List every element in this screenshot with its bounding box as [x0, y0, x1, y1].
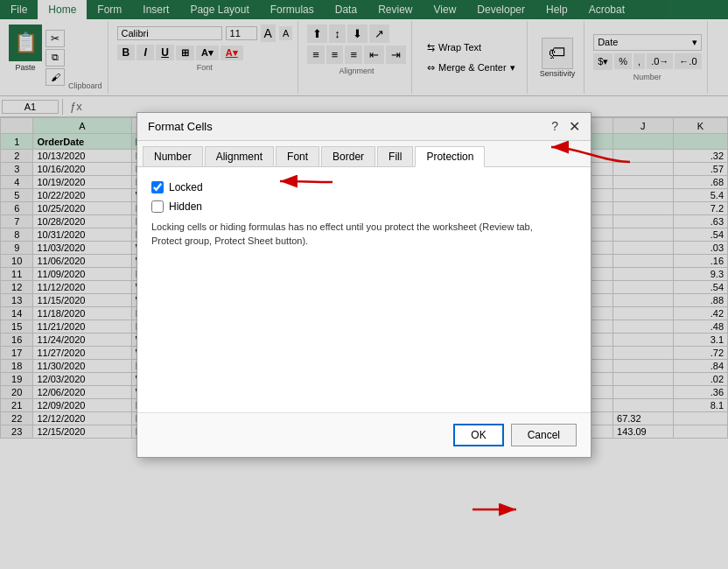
dialog-title-buttons: ? ✕: [551, 118, 580, 135]
dialog-close-button[interactable]: ✕: [569, 118, 580, 135]
dialog-tab-fill[interactable]: Fill: [377, 146, 413, 166]
dialog-footer: OK Cancel: [137, 412, 591, 457]
dialog-tab-protection[interactable]: Protection: [415, 146, 485, 167]
dialog-body: Locked Hidden Locking cells or hiding fo…: [137, 167, 591, 412]
cancel-button[interactable]: Cancel: [511, 424, 577, 446]
dialog-tab-number[interactable]: Number: [143, 146, 203, 166]
protection-info-text: Locking cells or hiding formulas has no …: [151, 220, 554, 249]
locked-checkbox[interactable]: [151, 181, 164, 193]
hidden-row: Hidden: [151, 200, 577, 213]
locked-row: Locked: [151, 181, 577, 193]
format-cells-dialog: Format Cells ? ✕ Number Alignment Font B…: [136, 112, 592, 458]
dialog-help-button[interactable]: ?: [551, 119, 558, 133]
dialog-tabs: Number Alignment Font Border Fill Protec…: [137, 141, 591, 167]
dialog-tab-alignment[interactable]: Alignment: [205, 146, 274, 166]
dialog-title-text: Format Cells: [148, 120, 213, 133]
dialog-overlay: Format Cells ? ✕ Number Alignment Font B…: [0, 0, 728, 569]
dialog-tab-font[interactable]: Font: [276, 146, 319, 166]
locked-label[interactable]: Locked: [169, 181, 203, 193]
hidden-label[interactable]: Hidden: [169, 200, 202, 213]
dialog-tab-border[interactable]: Border: [321, 146, 375, 166]
hidden-checkbox[interactable]: [151, 200, 164, 213]
ok-button[interactable]: OK: [453, 424, 503, 446]
dialog-title-bar: Format Cells ? ✕: [137, 113, 591, 141]
